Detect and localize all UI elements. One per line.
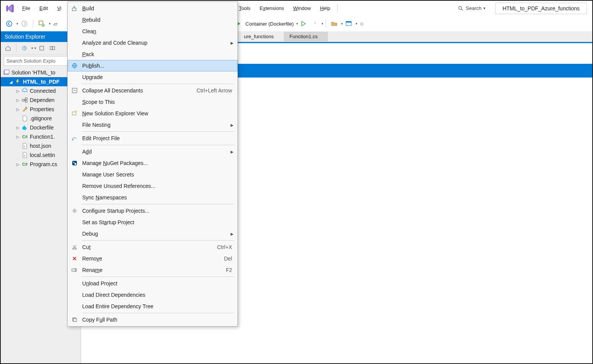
- show-all-button[interactable]: [47, 44, 57, 52]
- expander-closed-icon[interactable]: ▷: [15, 107, 21, 112]
- dropdown-icon: ▾: [341, 22, 343, 26]
- globe-icon: [70, 62, 79, 69]
- dropdown-icon: ▾: [322, 22, 323, 26]
- submenu-arrow-icon: ▶: [231, 150, 234, 154]
- tree-label: Dockerfile: [30, 125, 54, 131]
- expander-closed-icon[interactable]: ▷: [15, 97, 21, 103]
- svg-rect-7: [346, 21, 351, 23]
- dependencies-icon: [21, 97, 28, 104]
- ctx-load-tree[interactable]: Load Entire Dependency Tree: [68, 301, 237, 312]
- svg-rect-13: [5, 70, 9, 74]
- svg-text:{}: {}: [24, 154, 25, 157]
- svg-point-28: [73, 162, 75, 163]
- search-menu[interactable]: Search ▼: [454, 4, 490, 13]
- ctx-collapse[interactable]: Collapse All Descendants Ctrl+Left Arrow: [68, 85, 237, 96]
- history-button[interactable]: [19, 44, 30, 53]
- ctx-upgrade[interactable]: Upgrade: [68, 71, 237, 83]
- panel-title: Solution Explorer: [5, 34, 45, 40]
- ctx-scope[interactable]: Scope to This: [68, 96, 237, 108]
- expander-open-icon[interactable]: ◢: [8, 79, 14, 84]
- sync-button[interactable]: [37, 44, 47, 52]
- ctx-build[interactable]: Build: [68, 3, 237, 14]
- solution-icon: [3, 69, 10, 76]
- dropdown-icon[interactable]: ▾: [296, 22, 298, 26]
- folder-button[interactable]: [329, 19, 340, 28]
- azure-function-icon: [15, 78, 21, 85]
- svg-rect-35: [73, 319, 76, 322]
- dropdown-icon: ▾: [31, 46, 33, 50]
- nav-forward-button[interactable]: [19, 19, 30, 29]
- svg-rect-15: [25, 98, 27, 100]
- wrench-icon: [21, 106, 28, 113]
- separator: [81, 240, 234, 241]
- expander-closed-icon[interactable]: ▷: [15, 162, 21, 167]
- expander-closed-icon[interactable]: ▷: [15, 125, 21, 130]
- svg-line-1: [461, 9, 463, 10]
- rename-icon: [70, 267, 79, 273]
- start-target-label[interactable]: Container (Dockerfile): [244, 21, 295, 27]
- ctx-publish[interactable]: Publish...: [68, 60, 237, 71]
- cloud-icon: [21, 87, 28, 94]
- csharp-icon: C#: [21, 161, 28, 168]
- menu-view[interactable]: Vi: [52, 3, 66, 13]
- tree-label: .gitignore: [30, 115, 52, 121]
- menu-window[interactable]: Window: [289, 3, 315, 13]
- svg-rect-19: [25, 127, 26, 128]
- ctx-configure-startup[interactable]: Configure Startup Projects...: [68, 205, 237, 217]
- ctx-rename[interactable]: Rename F2: [68, 264, 237, 276]
- home-button[interactable]: [3, 44, 13, 53]
- new-item-button[interactable]: [36, 19, 47, 29]
- svg-point-0: [459, 6, 462, 9]
- ctx-add[interactable]: Add▶: [68, 146, 237, 157]
- browser-button[interactable]: [343, 19, 354, 28]
- ctx-load-direct[interactable]: Load Direct Dependencies: [68, 289, 237, 301]
- svg-point-30: [74, 210, 75, 212]
- expander-closed-icon[interactable]: ▷: [15, 134, 21, 139]
- dropdown-icon: ▾: [16, 22, 18, 26]
- ctx-edit-project[interactable]: Edit Project File: [68, 133, 237, 144]
- build-icon: [70, 5, 79, 12]
- ctx-unload[interactable]: Unload Project: [68, 278, 237, 289]
- svg-rect-20: [24, 126, 25, 127]
- tree-label: Program.cs: [30, 161, 57, 167]
- ctx-pack[interactable]: Pack: [68, 49, 237, 60]
- tab-function1[interactable]: Function1.cs: [284, 32, 328, 41]
- ctx-nuget[interactable]: Manage NuGet Packages...: [68, 157, 237, 169]
- solution-search-input[interactable]: Search Solution Explo: [4, 56, 78, 66]
- ctx-remove-refs[interactable]: Remove Unused References...: [68, 180, 237, 192]
- tree-label: HTML_to_PDF: [23, 79, 60, 85]
- new-view-icon: [70, 110, 79, 117]
- expander-closed-icon[interactable]: ▷: [15, 88, 21, 94]
- ctx-clean[interactable]: Clean: [68, 26, 237, 37]
- ctx-set-startup[interactable]: Set as Startup Project: [68, 217, 237, 228]
- ctx-copy-path[interactable]: Copy Full Path: [68, 314, 237, 325]
- ctx-cut[interactable]: Cut Ctrl+X: [68, 241, 237, 253]
- window-title: HTML_to_PDF_Azure_functions: [495, 3, 587, 14]
- tab-overview[interactable]: ure_functions: [239, 32, 284, 41]
- nav-back-button[interactable]: [3, 19, 15, 29]
- tree-label: Connected: [30, 88, 56, 94]
- menu-file[interactable]: File: [18, 3, 35, 13]
- menu-edit[interactable]: Edit: [35, 3, 52, 13]
- ctx-new-view[interactable]: New Solution Explorer View: [68, 108, 237, 119]
- menu-extensions[interactable]: Extensions: [255, 3, 289, 13]
- edit-icon: [70, 135, 79, 142]
- overflow-button[interactable]: ⊟: [358, 20, 366, 28]
- ctx-rebuild[interactable]: Rebuild: [68, 14, 237, 26]
- ctx-file-nesting[interactable]: File Nesting▶: [68, 119, 237, 131]
- svg-point-3: [22, 21, 27, 26]
- start-nodebug-button[interactable]: [299, 19, 309, 28]
- ctx-sync-ns[interactable]: Sync Namespaces: [68, 192, 237, 203]
- hot-reload-button[interactable]: [309, 19, 320, 28]
- svg-rect-18: [24, 127, 25, 128]
- svg-rect-33: [72, 269, 76, 271]
- ctx-remove[interactable]: Remove Del: [68, 253, 237, 264]
- svg-rect-23: [72, 8, 76, 11]
- ctx-secrets[interactable]: Manage User Secrets: [68, 169, 237, 180]
- ctx-analyze[interactable]: Analyze and Code Cleanup▶: [68, 37, 237, 49]
- open-item-button[interactable]: ▱: [51, 19, 60, 28]
- menu-help[interactable]: Help: [315, 3, 335, 13]
- search-icon: [458, 6, 463, 11]
- ctx-debug[interactable]: Debug▶: [68, 228, 237, 239]
- separator: [81, 84, 234, 84]
